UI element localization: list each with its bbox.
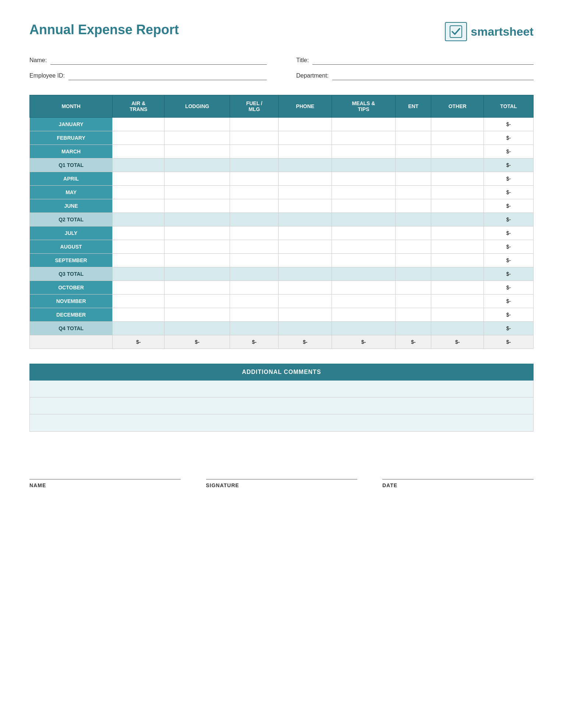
data-cell[interactable] xyxy=(279,186,332,199)
data-cell[interactable] xyxy=(279,254,332,267)
data-cell[interactable] xyxy=(395,118,431,131)
data-cell[interactable] xyxy=(431,295,484,308)
data-cell[interactable] xyxy=(395,158,431,172)
data-cell[interactable] xyxy=(164,281,230,295)
data-cell[interactable] xyxy=(279,213,332,226)
data-cell[interactable] xyxy=(332,172,395,186)
data-cell[interactable] xyxy=(164,226,230,240)
data-cell[interactable] xyxy=(230,118,279,131)
data-cell[interactable] xyxy=(395,226,431,240)
data-cell[interactable] xyxy=(113,254,164,267)
data-cell[interactable] xyxy=(332,118,395,131)
data-cell[interactable] xyxy=(279,295,332,308)
data-cell[interactable] xyxy=(113,158,164,172)
data-cell[interactable] xyxy=(279,226,332,240)
data-cell[interactable] xyxy=(230,281,279,295)
data-cell[interactable] xyxy=(230,322,279,335)
data-cell[interactable] xyxy=(164,145,230,158)
data-cell[interactable] xyxy=(332,131,395,145)
data-cell[interactable] xyxy=(113,118,164,131)
data-cell[interactable] xyxy=(279,322,332,335)
data-cell[interactable] xyxy=(230,254,279,267)
data-cell[interactable] xyxy=(431,186,484,199)
data-cell[interactable] xyxy=(431,118,484,131)
data-cell[interactable] xyxy=(230,186,279,199)
data-cell[interactable] xyxy=(230,213,279,226)
data-cell[interactable] xyxy=(332,199,395,213)
data-cell[interactable] xyxy=(113,308,164,322)
data-cell[interactable] xyxy=(332,145,395,158)
data-cell[interactable] xyxy=(395,322,431,335)
data-cell[interactable] xyxy=(113,145,164,158)
data-cell[interactable] xyxy=(332,254,395,267)
data-cell[interactable] xyxy=(279,240,332,254)
comments-line-2[interactable] xyxy=(30,397,533,414)
data-cell[interactable] xyxy=(113,267,164,281)
data-cell[interactable] xyxy=(332,226,395,240)
data-cell[interactable] xyxy=(395,308,431,322)
data-cell[interactable] xyxy=(332,213,395,226)
data-cell[interactable] xyxy=(395,295,431,308)
data-cell[interactable] xyxy=(395,172,431,186)
data-cell[interactable] xyxy=(279,145,332,158)
data-cell[interactable] xyxy=(279,172,332,186)
data-cell[interactable] xyxy=(431,254,484,267)
data-cell[interactable] xyxy=(332,295,395,308)
data-cell[interactable] xyxy=(431,322,484,335)
data-cell[interactable] xyxy=(230,308,279,322)
data-cell[interactable] xyxy=(279,131,332,145)
data-cell[interactable] xyxy=(332,158,395,172)
data-cell[interactable] xyxy=(431,226,484,240)
title-input[interactable] xyxy=(312,56,534,65)
data-cell[interactable] xyxy=(332,267,395,281)
data-cell[interactable] xyxy=(164,254,230,267)
data-cell[interactable] xyxy=(279,199,332,213)
data-cell[interactable] xyxy=(395,240,431,254)
data-cell[interactable] xyxy=(431,213,484,226)
data-cell[interactable] xyxy=(164,308,230,322)
data-cell[interactable] xyxy=(431,308,484,322)
data-cell[interactable] xyxy=(164,240,230,254)
data-cell[interactable] xyxy=(279,308,332,322)
data-cell[interactable] xyxy=(230,158,279,172)
data-cell[interactable] xyxy=(113,199,164,213)
data-cell[interactable] xyxy=(164,322,230,335)
title-field[interactable]: Title: xyxy=(296,56,534,65)
data-cell[interactable] xyxy=(431,131,484,145)
data-cell[interactable] xyxy=(113,226,164,240)
data-cell[interactable] xyxy=(164,172,230,186)
data-cell[interactable] xyxy=(332,281,395,295)
data-cell[interactable] xyxy=(164,295,230,308)
employee-id-input[interactable] xyxy=(68,71,267,80)
data-cell[interactable] xyxy=(279,267,332,281)
data-cell[interactable] xyxy=(395,186,431,199)
data-cell[interactable] xyxy=(164,199,230,213)
data-cell[interactable] xyxy=(431,158,484,172)
data-cell[interactable] xyxy=(230,131,279,145)
comments-line-3[interactable] xyxy=(30,414,533,431)
data-cell[interactable] xyxy=(332,308,395,322)
data-cell[interactable] xyxy=(431,240,484,254)
data-cell[interactable] xyxy=(279,158,332,172)
data-cell[interactable] xyxy=(113,186,164,199)
department-field[interactable]: Department: xyxy=(296,71,534,80)
data-cell[interactable] xyxy=(230,145,279,158)
data-cell[interactable] xyxy=(395,131,431,145)
data-cell[interactable] xyxy=(431,199,484,213)
data-cell[interactable] xyxy=(113,322,164,335)
name-field[interactable]: Name: xyxy=(29,56,267,65)
data-cell[interactable] xyxy=(431,267,484,281)
data-cell[interactable] xyxy=(431,172,484,186)
data-cell[interactable] xyxy=(332,186,395,199)
comments-line-1[interactable] xyxy=(30,381,533,397)
data-cell[interactable] xyxy=(230,295,279,308)
data-cell[interactable] xyxy=(395,254,431,267)
data-cell[interactable] xyxy=(395,145,431,158)
data-cell[interactable] xyxy=(230,267,279,281)
data-cell[interactable] xyxy=(395,213,431,226)
data-cell[interactable] xyxy=(230,226,279,240)
data-cell[interactable] xyxy=(230,172,279,186)
data-cell[interactable] xyxy=(113,131,164,145)
data-cell[interactable] xyxy=(230,199,279,213)
data-cell[interactable] xyxy=(431,281,484,295)
